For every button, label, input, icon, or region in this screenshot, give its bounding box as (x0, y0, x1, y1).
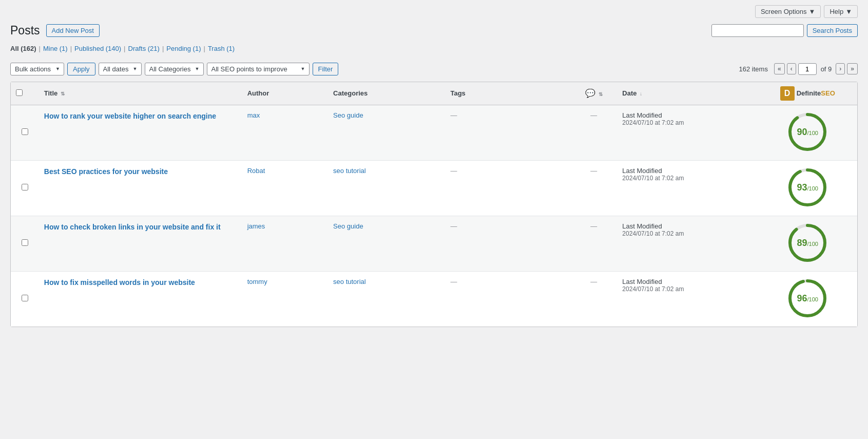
author-link-2[interactable]: james (247, 222, 265, 230)
row-checkbox-3[interactable] (22, 295, 28, 301)
row-seo-cell-1: 93/100 (758, 160, 857, 216)
row-date-cell: Last Modified 2024/07/10 at 7:02 am (617, 271, 758, 327)
col-comments-header: 💬 ⇅ (570, 82, 617, 105)
dates-filter-select[interactable]: All dates (99, 63, 142, 75)
select-all-checkbox[interactable] (16, 89, 23, 96)
prev-page-button[interactable]: ‹ (787, 63, 796, 74)
table-row: Best SEO practices for your website Roba… (11, 160, 857, 216)
search-input[interactable] (711, 24, 804, 37)
bulk-actions-wrapper: Bulk actions (10, 63, 64, 75)
col-title-header[interactable]: Title ⇅ (39, 82, 242, 105)
tags-dash-2: — (450, 222, 457, 230)
seo-score-text-1: 93/100 (797, 182, 818, 193)
date-sort-icon: ↓ (640, 91, 642, 97)
tags-dash-3: — (450, 278, 457, 285)
row-title-cell: How to fix misspelled words in your webs… (39, 271, 242, 327)
date-value-2: 2024/07/10 at 7:02 am (622, 230, 753, 237)
last-page-button[interactable]: » (847, 63, 858, 74)
row-categories-cell: seo tutorial (328, 271, 445, 327)
seo-score-text-0: 90/100 (797, 126, 818, 137)
seo-filter-select[interactable]: All SEO points to improve (207, 63, 310, 75)
col-author-header: Author (242, 82, 328, 105)
filter-all[interactable]: All (162) (10, 45, 36, 52)
screen-options-chevron-icon: ▼ (809, 8, 816, 15)
date-value-0: 2024/07/10 at 7:02 am (622, 119, 753, 126)
col-date-header[interactable]: Date ↓ (617, 82, 758, 105)
post-title-link-0[interactable]: How to rank your website higher on searc… (44, 111, 237, 122)
row-checkbox-2[interactable] (22, 239, 28, 246)
date-value-3: 2024/07/10 at 7:02 am (622, 285, 753, 293)
next-page-button[interactable]: › (836, 63, 845, 74)
tags-dash-1: — (450, 167, 457, 175)
seo-score-denom-0: /100 (807, 129, 818, 136)
categories-filter-select[interactable]: All Categories (145, 63, 204, 75)
category-link-3[interactable]: seo tutorial (333, 278, 366, 285)
seo-score-circle-3: 96/100 (787, 278, 828, 319)
row-checkbox-cell (11, 105, 39, 160)
filter-published[interactable]: Published (140) (74, 45, 121, 52)
row-tags-cell: — (445, 271, 570, 327)
help-button[interactable]: Help ▼ (824, 5, 858, 18)
row-checkbox-cell (11, 160, 39, 216)
table-row: How to check broken links in your websit… (11, 216, 857, 271)
filter-mine[interactable]: Mine (1) (43, 45, 68, 52)
table-row: How to fix misspelled words in your webs… (11, 271, 857, 327)
add-new-post-button[interactable]: Add New Post (46, 24, 100, 37)
row-checkbox-cell (11, 216, 39, 271)
col-seo-header: D DefiniteSEO (758, 82, 857, 105)
comments-dash-2: — (590, 222, 597, 230)
seo-score-text-3: 96/100 (797, 293, 818, 303)
post-title-link-1[interactable]: Best SEO practices for your website (44, 167, 237, 177)
date-label-2: Last Modified (622, 222, 753, 230)
author-link-3[interactable]: tommy (247, 278, 267, 285)
comments-dash-3: — (590, 278, 597, 285)
category-link-2[interactable]: Seo guide (333, 222, 363, 230)
post-title-link-2[interactable]: How to check broken links in your websit… (44, 222, 237, 233)
first-page-button[interactable]: « (774, 63, 785, 74)
category-link-1[interactable]: seo tutorial (333, 167, 366, 175)
help-label: Help (830, 8, 843, 15)
row-tags-cell: — (445, 105, 570, 160)
row-checkbox-cell (11, 271, 39, 327)
row-checkbox-0[interactable] (22, 128, 28, 135)
seo-score-text-2: 89/100 (797, 237, 818, 248)
posts-table: Title ⇅ Author Categories Tags 💬 ⇅ (11, 82, 857, 327)
row-title-cell: How to check broken links in your websit… (39, 216, 242, 271)
seo-score-circle-2: 89/100 (787, 222, 828, 263)
items-count: 162 items (739, 65, 768, 73)
filter-trash[interactable]: Trash (1) (208, 45, 235, 52)
search-posts-button[interactable]: Search Posts (807, 24, 858, 37)
category-link-0[interactable]: Seo guide (333, 111, 363, 119)
comments-dash-0: — (590, 111, 597, 119)
post-title-link-3[interactable]: How to fix misspelled words in your webs… (44, 278, 237, 288)
row-date-cell: Last Modified 2024/07/10 at 7:02 am (617, 105, 758, 160)
col-categories-header: Categories (328, 82, 445, 105)
tablenav-top: Bulk actions Apply All dates All Categor… (10, 59, 858, 80)
row-author-cell: tommy (242, 271, 328, 327)
bulk-actions-select[interactable]: Bulk actions (10, 63, 64, 75)
author-link-0[interactable]: max (247, 111, 260, 119)
apply-button[interactable]: Apply (67, 63, 95, 75)
row-categories-cell: Seo guide (328, 216, 445, 271)
help-chevron-icon: ▼ (845, 8, 852, 15)
seo-score-circle-1: 93/100 (787, 167, 828, 208)
row-checkbox-1[interactable] (22, 184, 28, 190)
current-page-input[interactable] (798, 63, 817, 75)
row-author-cell: Robat (242, 160, 328, 216)
row-categories-cell: seo tutorial (328, 160, 445, 216)
seo-score-denom-1: /100 (807, 185, 818, 191)
filter-pending[interactable]: Pending (1) (166, 45, 201, 52)
filter-button[interactable]: Filter (313, 63, 339, 75)
date-label-0: Last Modified (622, 111, 753, 119)
row-comments-cell: — (570, 105, 617, 160)
filter-drafts[interactable]: Drafts (21) (128, 45, 160, 52)
comments-dash-1: — (590, 167, 597, 175)
seo-filter-wrapper: All SEO points to improve (207, 63, 310, 75)
row-seo-cell-0: 90/100 (758, 105, 857, 160)
row-comments-cell: — (570, 216, 617, 271)
author-link-1[interactable]: Robat (247, 167, 265, 175)
tags-dash-0: — (450, 111, 457, 119)
row-author-cell: james (242, 216, 328, 271)
of-pages: of 9 (821, 65, 832, 73)
screen-options-button[interactable]: Screen Options ▼ (755, 5, 821, 18)
